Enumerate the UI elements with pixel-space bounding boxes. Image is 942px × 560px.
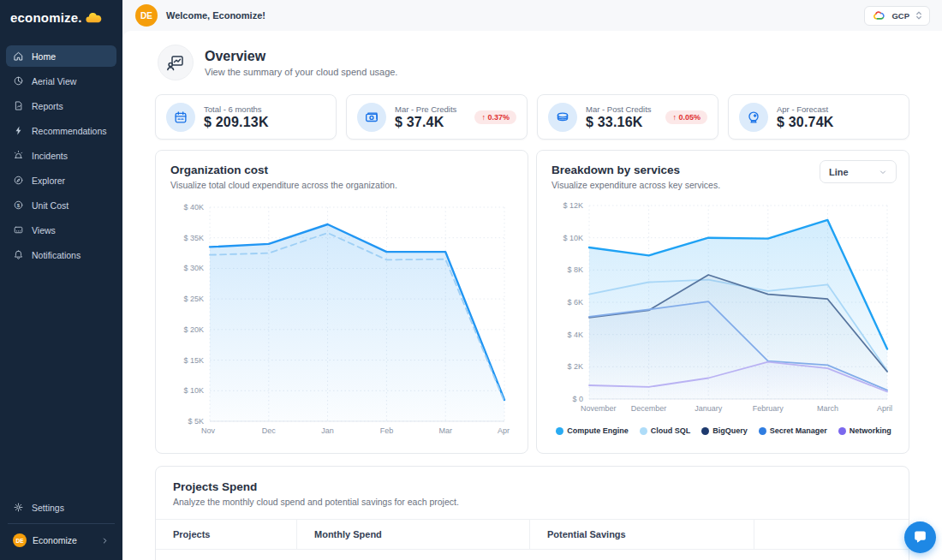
sidebar-item-incidents[interactable]: Incidents (6, 145, 116, 166)
legend-item-secret-manager[interactable]: Secret Manager (759, 426, 827, 435)
sidebar-item-label: Recommendations (32, 126, 107, 136)
views-icon (13, 224, 24, 235)
stat-text: Mar - Post Credits$ 33.16K (586, 104, 652, 130)
svg-text:Mar: Mar (438, 426, 452, 435)
stat-card-apr-forecast: Apr - Forecast$ 30.74K (728, 94, 909, 140)
sidebar-item-label: Incidents (32, 151, 68, 161)
topbar: DE Welcome, Economize! GCP (122, 0, 942, 31)
svg-text:Feb: Feb (380, 426, 394, 435)
svg-text:March: March (817, 404, 838, 413)
stat-value: $ 209.13K (204, 115, 269, 130)
line-chart-svg: $ 40K$ 35K$ 30K$ 25K$ 20K$ 15K$ 10K$ 5KN… (170, 195, 513, 444)
stat-label: Mar - Pre Credits (395, 104, 456, 114)
sidebar-item-label: Notifications (32, 250, 80, 260)
sidebar-item-views[interactable]: Views (6, 219, 116, 241)
sidebar-item-explorer[interactable]: Explorer (6, 170, 116, 191)
sidebar-nav: HomeAerial ViewReportsRecommendationsInc… (0, 33, 122, 265)
stat-card-mar-post-credits: Mar - Post Credits$ 33.16K↑ 0.05% (537, 94, 718, 140)
provider-select[interactable]: GCP (864, 6, 930, 26)
user-avatar[interactable]: DE (135, 4, 158, 27)
coin-icon (548, 103, 577, 132)
page-subtitle: View the summary of your cloud spend usa… (205, 67, 397, 77)
main-area: DE Welcome, Economize! GCP Overview View… (122, 0, 942, 560)
legend-item-bigquery[interactable]: BigQuery (701, 426, 748, 435)
svg-text:$ 2K: $ 2K (567, 362, 583, 371)
brand-logo-text: economize. (10, 10, 82, 25)
svg-text:April: April (877, 404, 892, 413)
charts-row: Organization cost Visualize total cloud … (155, 150, 909, 454)
sidebar-item-recommendations[interactable]: Recommendations (6, 120, 116, 141)
legend-label: Cloud SQL (651, 426, 691, 435)
organization-cost-card: Organization cost Visualize total cloud … (155, 150, 528, 454)
svg-text:Jan: Jan (321, 426, 334, 435)
sidebar-item-unit-cost[interactable]: $Unit Cost (6, 194, 116, 216)
stat-value: $ 37.4K (395, 115, 456, 130)
table-row: sandbox $ 8.17K ↓ -12.73% $ 8 7 Recommen… (156, 550, 909, 560)
sidebar-divider (8, 523, 115, 524)
projects-table-header: Projects Monthly Spend Potential Savings (156, 519, 909, 550)
sidebar-item-reports[interactable]: Reports (6, 95, 116, 116)
svg-text:$ 10K: $ 10K (183, 386, 204, 395)
sidebar-item-notifications[interactable]: Notifications (6, 244, 116, 265)
legend-dot (838, 427, 846, 435)
projects-spend-card: Projects Spend Analyze the monthly cloud… (155, 466, 909, 560)
svg-text:$ 10K: $ 10K (563, 234, 583, 242)
svg-text:January: January (695, 404, 723, 413)
unit-cost-icon: $ (13, 200, 24, 211)
legend-label: Networking (850, 426, 891, 435)
projects-spend-subtitle: Analyze the monthly cloud spend and pote… (173, 497, 891, 507)
stat-value: $ 33.16K (586, 115, 652, 130)
organization-cost-subtitle: Visualize total cloud expenditure across… (170, 180, 515, 190)
projects-spend-header: Projects Spend Analyze the monthly cloud… (156, 480, 909, 507)
notifications-icon (13, 249, 24, 260)
services-breakdown-card: Breakdown by services Visualize expendit… (536, 150, 909, 454)
chat-icon (912, 529, 928, 545)
column-header-projects: Projects (156, 520, 296, 549)
sidebar-item-settings[interactable]: Settings (6, 497, 116, 518)
legend-item-compute-engine[interactable]: Compute Engine (556, 426, 629, 435)
svg-text:November: November (581, 404, 617, 413)
legend-item-cloud-sql[interactable]: Cloud SQL (640, 426, 691, 435)
column-header-actions (754, 520, 909, 549)
organization-cost-chart: $ 40K$ 35K$ 30K$ 25K$ 20K$ 15K$ 10K$ 5KN… (170, 195, 515, 447)
page-title: Overview (205, 49, 397, 64)
legend-item-networking[interactable]: Networking (838, 426, 891, 435)
stat-text: Total - 6 months$ 209.13K (204, 104, 269, 130)
gear-icon (13, 502, 24, 513)
chat-widget-button[interactable] (904, 521, 936, 553)
sidebar-bottom: Settings DE Economize (0, 491, 122, 560)
svg-text:$ 20K: $ 20K (183, 325, 204, 334)
chart-type-select[interactable]: Line (820, 160, 897, 183)
content: Overview View the summary of your cloud … (122, 31, 942, 560)
incidents-icon (13, 150, 24, 161)
svg-text:$ 25K: $ 25K (183, 295, 204, 303)
sidebar-item-label: Aerial View (32, 76, 76, 86)
calendar-icon (166, 103, 195, 132)
legend-label: Secret Manager (770, 426, 827, 435)
brand-logo[interactable]: economize. (0, 0, 122, 33)
stat-text: Mar - Pre Credits$ 37.4K (395, 104, 456, 130)
sidebar-item-label: Reports (32, 101, 63, 111)
svg-text:December: December (631, 404, 667, 413)
organization-cost-title: Organization cost (170, 164, 515, 176)
updown-icon (915, 10, 922, 21)
column-header-potential-savings: Potential Savings (529, 520, 754, 549)
forecast-icon (739, 103, 768, 132)
svg-text:$ 30K: $ 30K (183, 264, 204, 272)
sidebar-item-label: Explorer (32, 176, 65, 186)
stat-text: Apr - Forecast$ 30.74K (777, 104, 834, 130)
sidebar-item-label: Views (32, 225, 56, 235)
stat-label: Mar - Post Credits (586, 104, 652, 114)
svg-text:$ 6K: $ 6K (567, 298, 583, 307)
stat-value: $ 30.74K (777, 115, 834, 130)
stat-change-badge: ↑ 0.37% (474, 110, 516, 124)
svg-text:February: February (753, 404, 784, 413)
sidebar-item-aerial-view[interactable]: Aerial View (6, 70, 116, 92)
sidebar-org-switcher[interactable]: DE Economize (6, 529, 116, 551)
overview-icon (158, 45, 194, 80)
svg-text:$ 12K: $ 12K (563, 201, 583, 210)
svg-text:$: $ (17, 203, 21, 208)
legend-dot (556, 427, 563, 435)
sidebar-item-home[interactable]: Home (6, 45, 116, 67)
svg-text:$ 35K: $ 35K (183, 234, 204, 242)
